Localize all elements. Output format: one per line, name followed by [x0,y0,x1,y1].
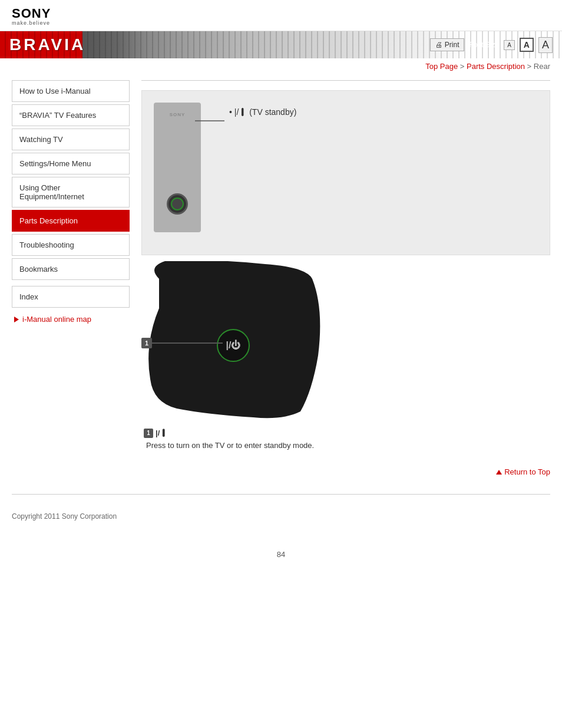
description-section: 1 |/⏽ Press to turn on the TV or to ente… [141,427,314,450]
tv-diagram: SONY • |/⏽ (TV standby) [141,90,550,255]
sidebar-item-watching-tv[interactable]: Watching TV [12,129,130,150]
sidebar-item-using-other[interactable]: Using Other Equipment/Internet [12,177,130,207]
bravia-controls: 🖨 Print Font Size A A A [430,37,553,53]
print-icon: 🖨 [435,41,442,49]
desc-power-symbol: |/⏽ [156,429,167,437]
tv-power-button [167,193,188,215]
desc-number-row: 1 |/⏽ [144,429,167,438]
sidebar-item-settings-home[interactable]: Settings/Home Menu [12,153,130,174]
bravia-title: BRAVIA [9,35,85,54]
font-small-button[interactable]: A [504,40,515,50]
number-callout: 1 [141,338,223,348]
breadcrumb-top-page[interactable]: Top Page [425,62,458,71]
power-symbol-closeup: |/⏻ [226,340,241,351]
arrow-right-icon [14,317,19,322]
return-top: Return to Top [141,467,550,477]
sony-back-label: SONY [170,112,186,117]
bravia-banner: BRAVIA 🖨 Print Font Size A A A [0,31,562,58]
number-badge: 1 [141,338,152,348]
font-large-button[interactable]: A [538,37,553,53]
return-top-link[interactable]: Return to Top [496,467,550,476]
sidebar-item-bookmarks[interactable]: Bookmarks [12,258,130,280]
breadcrumb-parts-description[interactable]: Parts Description [467,62,525,71]
callout-line-horizontal [152,342,223,344]
content-area: SONY • |/⏽ (TV standby) [141,80,550,476]
sony-logo: SONY make.believe [12,7,550,26]
top-bar: SONY make.believe [0,0,562,31]
arrow-up-icon [496,470,502,475]
sidebar-item-bravia-features[interactable]: “BRAVIA” TV Features [12,104,130,126]
tv-back-illustration: SONY [154,103,201,232]
sidebar-item-index[interactable]: Index [12,286,130,308]
sidebar: How to Use i-Manual “BRAVIA” TV Features… [12,80,130,476]
main-layout: How to Use i-Manual “BRAVIA” TV Features… [0,74,562,482]
tv-back-panel: SONY [154,103,201,232]
print-button[interactable]: 🖨 Print [430,38,465,51]
font-medium-button[interactable]: A [520,38,534,52]
sidebar-item-parts-description[interactable]: Parts Description [12,210,130,232]
breadcrumb: Top Page > Parts Description > Rear [0,58,562,74]
callout-line-svg [195,112,230,130]
callout-text: • |/⏽ (TV standby) [229,107,296,117]
sidebar-item-how-to-use[interactable]: How to Use i-Manual [12,80,130,102]
desc-badge: 1 [144,429,153,438]
closeup-wrapper: |/⏻ 1 [147,261,336,420]
top-divider [141,80,550,81]
footer-divider [12,494,550,495]
page-number: 84 [0,538,562,571]
power-button-inner [171,197,184,210]
sidebar-item-troubleshooting[interactable]: Troubleshooting [12,234,130,256]
closeup-section: |/⏻ 1 1 |/⏽ Press to turn on the TV or t… [141,255,550,476]
footer-text: Copyright 2011 Sony Corporation [0,506,562,538]
sidebar-online-map-link[interactable]: i-Manual online map [12,310,130,324]
desc-text: Press to turn on the TV or to enter stan… [146,441,314,450]
font-size-label: Font Size [469,41,499,49]
